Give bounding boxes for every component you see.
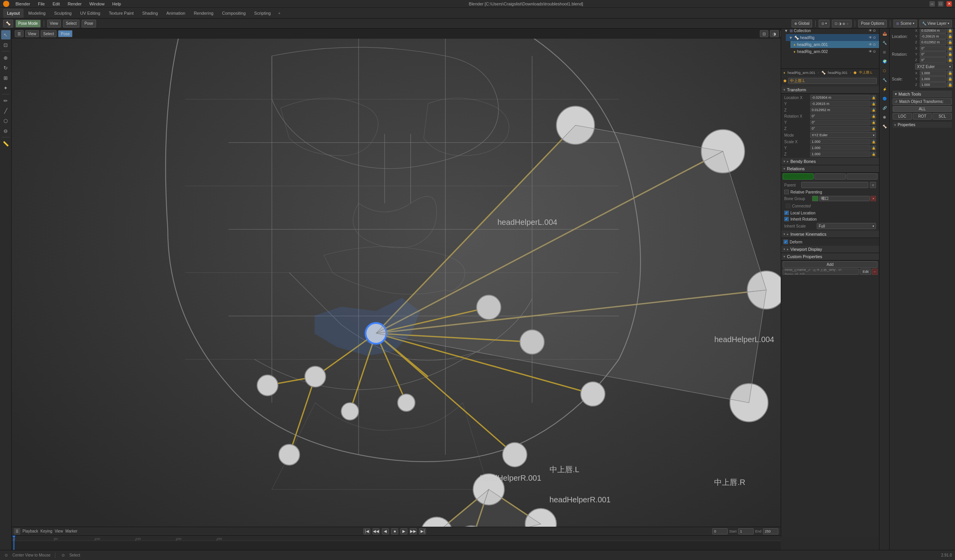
- custom-prop-field[interactable]: mmd_({'name_J': '左半上唇_dirty', '0': 'bone…: [783, 269, 859, 275]
- bone-scale-y-lock[interactable]: 🔒: [871, 146, 876, 150]
- rotation-y-field[interactable]: 0°: [920, 51, 946, 57]
- bone-group-remove-btn[interactable]: ✕: [871, 196, 876, 201]
- rel-bar-3[interactable]: [847, 173, 878, 180]
- timeline-content[interactable]: 0 50 100 150 200 250: [12, 536, 781, 550]
- bone-rot-x-lock[interactable]: 🔒: [871, 114, 876, 118]
- add-workspace-button[interactable]: +: [275, 9, 283, 17]
- bone-loc-z-field[interactable]: 0.012952 m: [810, 107, 871, 113]
- inherit-scale-dropdown[interactable]: Full: [817, 223, 876, 229]
- location-y-field[interactable]: -0.20615 m: [920, 34, 946, 39]
- bone-rot-z-lock[interactable]: 🔒: [871, 126, 876, 131]
- select-menu-btn[interactable]: Select: [63, 20, 79, 27]
- headrig-select-icon[interactable]: ⊙: [873, 36, 876, 39]
- shading-btn[interactable]: ⊡ ◑ ◉ ◈: [832, 20, 852, 27]
- location-y-lock[interactable]: 🔒: [947, 34, 953, 39]
- particle-tab[interactable]: ⚡: [880, 85, 889, 94]
- transform-tool[interactable]: ✦: [1, 83, 10, 92]
- bone-rot-mode-dropdown[interactable]: XYZ Euler ▾: [810, 132, 876, 138]
- viewport-3d[interactable]: User Perspective (0) headRig_arm.001 | 中…: [12, 39, 879, 550]
- constraint-tab[interactable]: 🔗: [880, 104, 889, 112]
- parent-selector-btn[interactable]: ⊙: [870, 182, 876, 188]
- rotation-z-lock[interactable]: 🔒: [947, 57, 953, 63]
- location-x-field[interactable]: 0.025904 m: [920, 28, 946, 33]
- wireframe-shading-btn[interactable]: ⊡: [760, 30, 768, 37]
- keying-menu[interactable]: Keying: [41, 529, 53, 533]
- rot-btn[interactable]: ROT: [913, 113, 932, 120]
- all-btn[interactable]: ALL: [893, 106, 952, 112]
- custom-properties-section-header[interactable]: Custom Properties: [781, 253, 879, 260]
- viewport-display-section[interactable]: ▸ Viewport Display: [781, 246, 879, 253]
- bone-scroll-area[interactable]: Transform Location X -0.025904 m 🔒 Y -0.…: [781, 86, 879, 537]
- tab-uv-editing[interactable]: UV Editing: [76, 9, 104, 18]
- connected-checkbox[interactable]: [786, 204, 790, 208]
- location-z-lock[interactable]: 🔒: [947, 39, 953, 45]
- custom-prop-edit-btn[interactable]: Edit: [860, 269, 871, 275]
- physics-tab[interactable]: 🔵: [880, 94, 889, 103]
- tab-animation[interactable]: Animation: [163, 9, 189, 18]
- bone-scale-z-lock[interactable]: 🔒: [871, 152, 876, 156]
- menu-blender[interactable]: Blender: [14, 1, 32, 7]
- bone-group-field[interactable]: 嘴口: [819, 196, 870, 201]
- data-tab[interactable]: 🦴: [880, 122, 889, 131]
- bone-rot-y-lock[interactable]: 🔒: [871, 120, 876, 125]
- play-reverse-btn[interactable]: ◀: [382, 528, 389, 534]
- relations-section-header[interactable]: Relations: [781, 165, 879, 173]
- minimize-button[interactable]: –: [929, 1, 935, 7]
- rotation-y-lock[interactable]: 🔒: [947, 51, 953, 57]
- main-viewport[interactable]: ☰ View Select Pose ⊡ ◑ ◉ ◈ ⊙▾ ⊕ 🔧▾ ◎ Glo…: [12, 29, 879, 550]
- viewport-menu-btn[interactable]: ☰: [15, 30, 24, 37]
- outliner-headrig-arm-002[interactable]: ♦ headRig_arm.002 👁 ⊙: [790, 48, 879, 55]
- viewport-pose-btn[interactable]: Pose: [58, 30, 72, 37]
- bone-transform-section[interactable]: Transform: [781, 86, 879, 94]
- loc-btn[interactable]: LOC: [893, 113, 912, 120]
- bendy-bones-section[interactable]: ▸ Bendy Bones: [781, 158, 879, 165]
- scale-z-field[interactable]: 1.000: [920, 82, 946, 87]
- inherit-rotation-checkbox[interactable]: ✓: [784, 217, 789, 221]
- jump-start-btn[interactable]: |◀: [363, 528, 370, 534]
- annotate-poly-tool[interactable]: ⬡: [1, 116, 10, 125]
- add-custom-prop-btn[interactable]: Add: [783, 261, 878, 268]
- scale-z-lock[interactable]: 🔒: [947, 82, 953, 87]
- arm002-view-icon[interactable]: 👁: [869, 50, 872, 53]
- collection-view-icon[interactable]: 👁: [869, 29, 872, 33]
- timeline-playhead[interactable]: [14, 536, 14, 550]
- ik-section-header[interactable]: ▸ Inverse Kinematics: [781, 231, 879, 238]
- bone-name-field[interactable]: 中上唇.L: [788, 78, 877, 84]
- solid-shading-btn[interactable]: ◑: [770, 30, 779, 37]
- stop-btn[interactable]: ■: [391, 528, 398, 534]
- scale-y-lock[interactable]: 🔒: [947, 76, 953, 82]
- rel-bar-1[interactable]: [783, 173, 814, 180]
- timeline-view-menu[interactable]: View: [55, 529, 63, 533]
- rotation-z-field[interactable]: 0°: [920, 57, 946, 63]
- pose-options-btn[interactable]: Pose Options: [858, 20, 887, 27]
- global-dropdown[interactable]: ⊕ Global: [792, 20, 812, 27]
- object-tab[interactable]: ⬡: [880, 67, 889, 75]
- select-box-tool[interactable]: ⊡: [1, 40, 10, 50]
- deform-checkbox[interactable]: ✓: [783, 240, 788, 244]
- menu-help[interactable]: Help: [111, 1, 123, 7]
- menu-render[interactable]: Render: [66, 1, 83, 7]
- pose-mode-dropdown[interactable]: Pose Mode: [15, 20, 41, 27]
- match-transforms-btn[interactable]: ↺ Match Object Transforms:: [893, 98, 952, 105]
- relative-parenting-checkbox[interactable]: [784, 190, 789, 194]
- bone-scale-x-field[interactable]: 1.000: [810, 139, 871, 144]
- scene-dropdown[interactable]: ⊞ Scene ▾: [893, 20, 917, 27]
- bone-scale-z-field[interactable]: 1.000: [810, 151, 871, 157]
- timeline-menu-btn[interactable]: ☰: [14, 528, 20, 534]
- view-layer-dropdown[interactable]: 🔧 View Layer ▾: [919, 20, 952, 27]
- scale-tool[interactable]: ⊞: [1, 73, 10, 82]
- tab-texture-paint[interactable]: Texture Paint: [105, 9, 137, 18]
- rotate-tool[interactable]: ↻: [1, 63, 10, 72]
- bone-rot-x-field[interactable]: 0°: [810, 113, 871, 119]
- tab-compositing[interactable]: Compositing: [218, 9, 249, 18]
- playback-menu[interactable]: Playback: [22, 529, 38, 533]
- arm002-select-icon[interactable]: ⊙: [873, 50, 876, 53]
- output-tab[interactable]: 📤: [880, 29, 889, 38]
- marker-menu[interactable]: Marker: [65, 529, 77, 533]
- tab-rendering[interactable]: Rendering: [190, 9, 217, 18]
- outliner-headrig[interactable]: ▼ 🦴 headRig 👁 ⊙: [786, 34, 879, 41]
- bone-loc-z-lock[interactable]: 🔒: [871, 108, 876, 112]
- timeline-track-area[interactable]: [12, 541, 781, 550]
- pose-menu-btn[interactable]: Pose: [82, 20, 96, 27]
- cursor-tool[interactable]: ↖: [1, 30, 10, 39]
